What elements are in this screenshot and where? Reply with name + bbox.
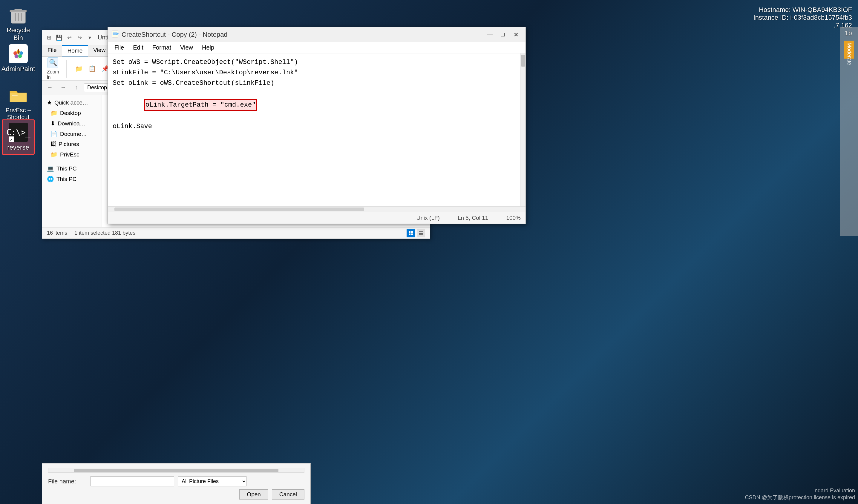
desktop-folder-icon: 📁 [50,110,58,116]
network-label: This PC [57,176,77,182]
notepad-statusbar: Unix (LF) Ln 5, Col 11 100% [108,212,525,224]
admin-paint-label: AdminPaint [1,65,35,73]
watermark-text: CSDN @为了版权protection license is expired [745,494,855,501]
reverse-terminal-icon: C:\>_ ↗ [9,123,28,142]
notepad-content[interactable]: Set oWS = WScript.CreateObject("WScript.… [108,53,525,206]
notepad-line-1: Set oWS = WScript.CreateObject("WScript.… [113,57,521,67]
fe-grid-view-btn[interactable] [407,229,415,238]
notepad-line-4: oLink.TargetPath = "cmd.exe" [113,89,521,121]
label2-text: 1b [753,29,852,37]
fe-sidebar-privesc[interactable]: 📁 PrivEsc [42,149,101,160]
notepad-menu-file[interactable]: File [110,43,128,52]
notepad-menu-view[interactable]: View [176,43,197,52]
desktop-icon-admin-paint[interactable]: AdminPaint [2,42,35,75]
notepad-encoding: Unix (LF) [416,215,440,221]
notepad-menubar: File Edit Format View Help [108,42,525,53]
quick-access-label: Quick acce… [54,99,88,106]
fe-view-btns: 📁 📋 📌 [74,63,111,74]
ip-text: .7.162 [753,21,852,29]
notepad-titlebar: CreateShortcut - Copy (2) - Notepad — □ … [108,27,525,42]
svg-rect-12 [18,49,19,54]
dialog-open-btn[interactable]: Open [239,489,268,500]
fe-tab-home[interactable]: Home [62,45,88,56]
notepad-title-left: CreateShortcut - Copy (2) - Notepad [111,30,228,39]
svg-rect-13 [10,93,27,102]
notepad-maximize-btn[interactable]: □ [497,30,509,40]
dialog-hscrollbar-thumb[interactable] [74,469,279,472]
notepad-minimize-btn[interactable]: — [484,30,496,40]
severity-panel: Moderate [840,27,858,236]
recycle-bin-label: Recycle Bin [4,26,32,42]
notepad-line-4-highlighted: oLink.TargetPath = "cmd.exe" [144,99,257,111]
fe-new-folder-btn[interactable]: 📁 [74,63,84,74]
notepad-hscrollbar-thumb[interactable] [114,208,364,211]
svg-point-10 [18,54,22,58]
fe-toolbar-undo[interactable]: ↩ [65,33,74,42]
dialog-btn-row: Open Cancel [48,489,304,500]
reverse-label: reverse [7,144,29,151]
documents-icon: 📄 [50,130,58,137]
svg-rect-25 [113,34,116,35]
fe-copy-btn[interactable]: 📋 [87,63,98,74]
admin-paint-icon [9,44,28,63]
desktop-icon-recycle-bin[interactable]: Recycle Bin [2,3,35,44]
file-type-select[interactable]: All Picture Files [178,476,247,486]
pictures-label: Pictures [59,141,79,147]
fe-list-view-btn[interactable] [417,229,425,238]
fe-sidebar-desktop[interactable]: 📁 Desktop [42,108,101,118]
fe-toolbar-icon1[interactable]: ⊞ [45,33,53,42]
fe-back-btn[interactable]: ← [45,83,55,93]
evaluation-text: ndard Evaluation [745,488,855,494]
fe-sidebar-network[interactable]: 🌐 This PC [42,174,101,184]
hostname-text: Hostname: WIN-QBA94KB3IOF [753,6,852,14]
dialog-hscrollbar[interactable] [48,468,304,473]
fe-address-text: Desktop [87,84,107,91]
notepad-window-controls: — □ ✕ [484,30,522,40]
svg-rect-20 [419,233,423,234]
notepad-line-3: Set oLink = oWS.CreateShortcut(sLinkFile… [113,78,521,88]
fe-toolbar-icon2[interactable]: 💾 [55,33,64,42]
open-dialog-row: File name: All Picture Files [48,476,304,486]
svg-rect-21 [419,234,423,235]
privesc-folder-label: PrivEsc [60,151,79,158]
fe-sidebar-downloads[interactable]: ⬇ Downloa… [42,118,101,129]
notepad-title-text: CreateShortcut - Copy (2) - Notepad [122,31,228,38]
instance-text: Instance ID: i-03f3ad8cb15754fb3 [753,14,852,21]
fe-sidebar-pictures[interactable]: 🖼 Pictures [42,139,101,149]
network-icon: 🌐 [47,176,54,182]
notepad-menu-format[interactable]: Format [148,43,175,52]
notepad-close-btn[interactable]: ✕ [510,30,522,40]
privesc-label: PrivEsc –Shortcut [6,107,31,120]
fe-forward-btn[interactable]: → [58,83,68,93]
svg-rect-17 [409,233,411,235]
notepad-position: Ln 5, Col 11 [458,215,488,221]
notepad-hscrollbar[interactable] [108,206,525,212]
quick-access-icon: ★ [47,99,52,106]
ribbon-divider1 [66,60,67,78]
zoom-btn[interactable]: 🔍 [48,57,58,68]
notepad-menu-help[interactable]: Help [198,43,218,52]
notepad-menu-edit[interactable]: Edit [129,43,147,52]
notepad-line-5: oLink.Save [113,121,521,132]
svg-rect-19 [419,231,423,232]
file-name-input[interactable] [91,476,174,486]
desktop: Recycle Bin AdminPaint [0,0,858,504]
fe-tab-file[interactable]: File [42,45,62,56]
dialog-cancel-btn[interactable]: Cancel [272,489,304,500]
fe-sidebar: ★ Quick acce… 📁 Desktop ⬇ Downloa… 📄 Doc… [42,95,102,227]
fe-sidebar-documents[interactable]: 📄 Docume… [42,129,101,139]
svg-rect-23 [113,32,117,33]
fe-toolbar-menu[interactable]: ▾ [85,33,94,42]
downloads-label: Downloa… [58,120,85,127]
fe-up-btn[interactable]: ↑ [71,83,82,93]
desktop-icon-privesc[interactable]: PrivEsc –Shortcut [2,84,35,123]
desktop-icon-reverse[interactable]: C:\>_ ↗ reverse [2,119,35,155]
notepad-zoom: 100% [506,215,521,221]
fe-toolbar-redo[interactable]: ↪ [75,33,84,42]
notepad-vscrollbar[interactable] [520,53,525,206]
this-pc-icon: 💻 [47,165,54,172]
notepad-scrollbar-thumb[interactable] [521,55,525,67]
fe-sidebar-this-pc[interactable]: 💻 This PC [42,163,101,174]
notepad-app-icon [111,30,118,39]
fe-sidebar-quick-access[interactable]: ★ Quick acce… [42,97,101,108]
